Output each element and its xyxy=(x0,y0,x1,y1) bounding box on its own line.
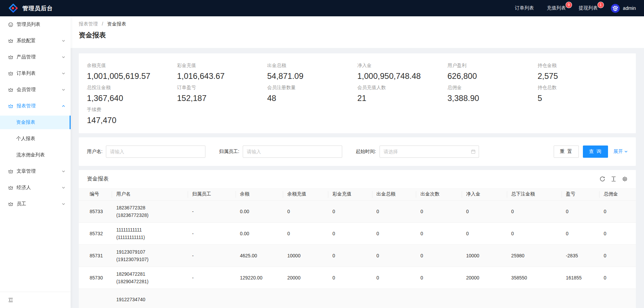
column-header[interactable]: 总佣金 xyxy=(600,188,636,201)
column-header[interactable]: 总下注金额 xyxy=(507,188,562,201)
sidebar-subitem-label: 资金报表 xyxy=(16,119,35,125)
table-row[interactable]: 8573211111111111(11111111111)-0.00000000… xyxy=(79,223,636,245)
start-time-filter-label: 起始时间: xyxy=(356,149,376,155)
table-cell: 0 xyxy=(507,223,562,245)
settings-gear-icon[interactable] xyxy=(622,176,628,182)
nav-item[interactable]: 充值列表9 xyxy=(547,5,566,11)
user-menu[interactable]: du admin xyxy=(611,4,636,13)
sidebar-collapse-trigger[interactable] xyxy=(0,292,71,308)
table-row[interactable]: 8573318236772328(18236772328)-0.00000000… xyxy=(79,201,636,223)
search-button[interactable]: 查 询 xyxy=(583,146,608,158)
table-cell: 0 xyxy=(416,201,462,223)
crown-icon xyxy=(8,104,13,109)
staff-input[interactable] xyxy=(243,146,342,158)
chevron-down-icon xyxy=(62,72,65,75)
page-title: 资金报表 xyxy=(79,31,636,40)
nav-item[interactable]: 提现列表1 xyxy=(579,5,598,11)
start-time-input[interactable] xyxy=(380,146,479,158)
stat-value: 3,388.90 xyxy=(447,93,538,104)
table-cell: 0 xyxy=(372,223,417,245)
table-header-row: 编号用户名归属员工余额余额充值彩金充值出金总额出金次数净入金总下注金额盈亏总佣金 xyxy=(79,188,636,201)
sidebar-item-label: 员工 xyxy=(17,201,62,207)
stat-value: 626,800 xyxy=(447,71,538,82)
report-table-card: 资金报表 编号用户名归属员工余额余额充值彩金充值出金总额出金次数净入金总下注金额… xyxy=(79,170,636,308)
column-header[interactable]: 出金次数 xyxy=(416,188,462,201)
staff-filter-label: 归属员工: xyxy=(219,149,239,155)
column-height-icon[interactable] xyxy=(611,176,617,182)
stat-label: 净入金 xyxy=(357,62,448,69)
stat-label: 手续费 xyxy=(87,106,177,113)
stat-item: 总投注金额1,367,640 xyxy=(87,84,177,104)
stat-value: 1,016,643.67 xyxy=(177,71,268,82)
stat-value: 48 xyxy=(267,93,357,104)
sidebar-item[interactable]: 文章管理 xyxy=(0,165,71,178)
stat-item: 出金总额54,871.09 xyxy=(267,62,357,82)
nav-item-label: 充值列表 xyxy=(547,5,566,11)
column-header[interactable]: 余额充值 xyxy=(283,188,328,201)
sidebar-item-label: 订单列表 xyxy=(17,70,62,76)
reset-button[interactable]: 重 置 xyxy=(554,146,579,158)
table-row[interactable]: 19122734740 xyxy=(79,289,636,308)
column-header[interactable]: 编号 xyxy=(79,188,112,201)
table-cell xyxy=(416,289,462,308)
page-header: 报表管理 / 资金报表 资金报表 xyxy=(71,16,644,48)
column-header[interactable]: 盈亏 xyxy=(562,188,600,201)
table-cell: 0 xyxy=(416,223,462,245)
stat-item: 会员充值人数21 xyxy=(357,84,448,104)
table-row[interactable]: 8573018290472281(18290472281)-129220.002… xyxy=(79,267,636,289)
sidebar-item-label: 产品管理 xyxy=(17,54,62,60)
sidebar-item[interactable]: 会员管理 xyxy=(0,83,71,97)
reload-icon[interactable] xyxy=(600,176,605,182)
expand-link[interactable]: 展开 xyxy=(613,149,628,155)
sidebar-subitem[interactable]: 资金报表 xyxy=(0,116,71,129)
column-header[interactable]: 余额 xyxy=(236,188,283,201)
table-cell xyxy=(283,289,328,308)
crown-icon xyxy=(8,71,13,76)
sidebar-item[interactable]: 员工 xyxy=(0,197,71,211)
table-row[interactable]: 8573119123079107(19123079107)-4625.00100… xyxy=(79,245,636,267)
username-input[interactable] xyxy=(106,146,205,158)
table-cell: 0.00 xyxy=(236,201,283,223)
column-header[interactable]: 出金总额 xyxy=(372,188,417,201)
table-cell: 0 xyxy=(372,267,417,289)
table-cell: 18236772328(18236772328) xyxy=(112,201,188,223)
sidebar-subitem[interactable]: 流水佣金列表 xyxy=(0,148,71,162)
stat-value: 147,470 xyxy=(87,115,177,126)
column-header[interactable]: 净入金 xyxy=(462,188,507,201)
sidebar-subitem[interactable]: 个人报表 xyxy=(0,132,71,146)
breadcrumb: 报表管理 / 资金报表 xyxy=(79,21,636,27)
breadcrumb-section[interactable]: 报表管理 xyxy=(79,21,98,27)
table-cell: 0 xyxy=(600,245,636,267)
stat-item: 用户盈利626,800 xyxy=(447,62,538,82)
stat-label: 持仓金额 xyxy=(538,62,628,69)
stats-card: 余额充值1,001,005,619.57彩金充值1,016,643.67出金总额… xyxy=(79,53,636,133)
table-cell: 0 xyxy=(462,223,507,245)
chevron-down-icon xyxy=(62,39,65,42)
table-cell: 4625.00 xyxy=(236,245,283,267)
sidebar-item-label: 管理员列表 xyxy=(17,21,65,28)
table-cell: 0 xyxy=(283,201,328,223)
sidebar-item[interactable]: 管理员列表 xyxy=(0,18,71,31)
sidebar-item[interactable]: 产品管理 xyxy=(0,50,71,64)
sidebar-item[interactable]: 经济人 xyxy=(0,181,71,194)
stat-label: 订单盈亏 xyxy=(177,84,268,91)
column-header[interactable]: 用户名 xyxy=(112,188,188,201)
stat-item: 彩金充值1,016,643.67 xyxy=(177,62,268,82)
sidebar-item[interactable]: 订单列表 xyxy=(0,67,71,80)
table-cell: 85732 xyxy=(79,223,112,245)
column-header[interactable]: 归属员工 xyxy=(188,188,236,201)
sidebar-item[interactable]: 系统配置 xyxy=(0,34,71,48)
nav-item[interactable]: 订单列表 xyxy=(515,5,534,11)
sidebar-subitem-label: 个人报表 xyxy=(16,136,35,142)
table-cell: 11111111111(11111111111) xyxy=(112,223,188,245)
brand[interactable]: 管理员后台 xyxy=(8,3,53,13)
stat-label: 总佣金 xyxy=(447,84,538,91)
notification-badge: 1 xyxy=(598,2,604,8)
table-cell: 25980 xyxy=(507,245,562,267)
column-header[interactable]: 彩金充值 xyxy=(328,188,372,201)
table-cell: 0 xyxy=(372,201,417,223)
table-cell: 0 xyxy=(283,223,328,245)
table-cell: 0 xyxy=(372,245,417,267)
sidebar-item[interactable]: 报表管理 xyxy=(0,99,71,113)
stat-value: 152,187 xyxy=(177,93,268,104)
